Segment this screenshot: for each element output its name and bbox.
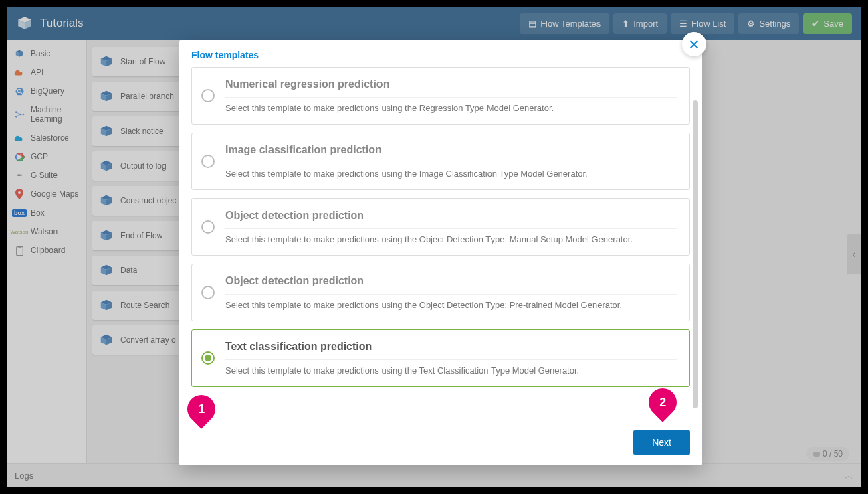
template-desc: Select this template to make predictions… bbox=[225, 169, 677, 179]
flow-templates-modal: Flow templates Numerical regression pred… bbox=[179, 40, 702, 465]
template-option[interactable]: Numerical regression prediction Select t… bbox=[191, 67, 690, 125]
template-option[interactable]: Image classification prediction Select t… bbox=[191, 133, 690, 190]
template-option-selected[interactable]: Text classification prediction Select th… bbox=[191, 329, 690, 387]
modal-title: Flow templates bbox=[191, 50, 690, 60]
template-desc: Select this template to make predictions… bbox=[225, 234, 677, 244]
template-title: Text classification prediction bbox=[225, 341, 677, 360]
radio-icon[interactable] bbox=[201, 155, 215, 168]
scrollbar-thumb[interactable] bbox=[693, 100, 698, 408]
template-title: Object detection prediction bbox=[225, 210, 677, 229]
radio-icon[interactable] bbox=[201, 220, 215, 234]
annotation-marker-1: 1 bbox=[187, 395, 215, 430]
annotation-marker-2: 2 bbox=[649, 388, 677, 423]
template-option[interactable]: Object detection prediction Select this … bbox=[191, 198, 690, 256]
radio-icon[interactable] bbox=[201, 89, 215, 102]
template-title: Numerical regression prediction bbox=[225, 78, 677, 98]
template-desc: Select this template to make predictions… bbox=[225, 300, 677, 310]
template-title: Object detection prediction bbox=[225, 275, 677, 295]
radio-icon[interactable] bbox=[201, 286, 215, 299]
template-desc: Select this template to make predictions… bbox=[225, 365, 677, 376]
template-title: Image classification prediction bbox=[225, 144, 677, 163]
template-desc: Select this template to make predictions… bbox=[225, 103, 677, 113]
radio-selected-icon[interactable] bbox=[201, 351, 215, 365]
next-button[interactable]: Next bbox=[633, 430, 690, 455]
template-option[interactable]: Object detection prediction Select this … bbox=[191, 264, 690, 321]
close-button[interactable] bbox=[682, 32, 706, 56]
